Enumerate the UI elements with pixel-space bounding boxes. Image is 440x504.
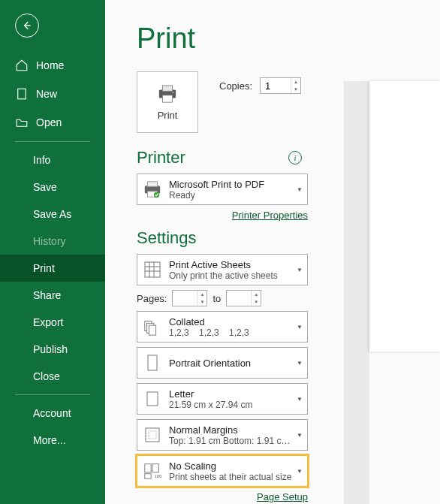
new-icon	[15, 87, 29, 101]
combo-line2: 21.59 cm x 27.94 cm	[169, 400, 294, 410]
spinner-up-icon[interactable]: ▲	[291, 78, 300, 86]
preview-page-edge	[369, 81, 440, 352]
paper-size-combo[interactable]: Letter 21.59 cm x 27.94 cm ▼	[137, 383, 308, 415]
spinner-up-icon[interactable]: ▲	[197, 291, 206, 298]
portrait-icon	[142, 352, 163, 373]
nav-label: Save	[33, 181, 57, 193]
svg-rect-9	[145, 262, 160, 277]
combo-line1: Portrait Orientation	[169, 358, 294, 369]
pages-from-input[interactable]	[173, 291, 197, 306]
nav-save[interactable]: Save	[0, 174, 105, 201]
nav-label: History	[33, 235, 66, 247]
nav-open[interactable]: Open	[0, 108, 105, 137]
nav-print[interactable]: Print	[0, 255, 105, 282]
print-panel: Print Print Copies: ▲ ▼ Printer i	[105, 0, 440, 504]
svg-point-4	[172, 92, 173, 93]
chevron-down-icon: ▼	[297, 396, 303, 403]
print-what-combo[interactable]: Print Active Sheets Only print the activ…	[137, 254, 308, 285]
page-setup-link[interactable]: Page Setup	[257, 491, 308, 502]
spinner-down-icon[interactable]: ▼	[252, 298, 261, 306]
back-arrow-icon	[21, 20, 33, 32]
svg-rect-2	[163, 85, 173, 90]
scaling-icon: 100	[142, 460, 163, 481]
combo-line1: Collated	[169, 316, 294, 327]
nav-label: Account	[33, 407, 71, 419]
margins-combo[interactable]: Normal Margins Top: 1.91 cm Bottom: 1.91…	[137, 419, 308, 451]
sheets-icon	[142, 259, 163, 280]
back-button[interactable]	[15, 14, 39, 38]
chevron-down-icon: ▼	[297, 360, 303, 367]
nav-info[interactable]: Info	[0, 146, 105, 174]
nav-history: History	[0, 228, 105, 255]
svg-rect-19	[145, 474, 151, 479]
spinner-down-icon[interactable]: ▼	[197, 298, 206, 306]
svg-rect-6	[148, 182, 158, 187]
nav-label: Share	[33, 289, 61, 301]
chevron-down-icon: ▼	[297, 468, 303, 475]
svg-rect-13	[148, 355, 157, 370]
printer-combo[interactable]: Microsoft Print to PDF Ready ▼	[137, 174, 308, 205]
preview-gutter	[344, 81, 369, 504]
nav-close[interactable]: Close	[0, 363, 105, 390]
printer-info-icon[interactable]: i	[288, 151, 302, 164]
nav-new[interactable]: New	[0, 80, 105, 108]
nav-separator	[15, 141, 90, 142]
pages-to-input[interactable]	[227, 291, 251, 306]
nav-export[interactable]: Export	[0, 309, 105, 336]
svg-rect-17	[145, 464, 151, 472]
nav-share[interactable]: Share	[0, 282, 105, 309]
nav-more[interactable]: More...	[0, 427, 105, 454]
pages-to-spinner[interactable]: ▲▼	[226, 290, 261, 306]
pages-row: Pages: ▲▼ to ▲▼	[137, 290, 308, 306]
collation-combo[interactable]: Collated 1,2,3 1,2,3 1,2,3 ▼	[137, 311, 308, 343]
nav-label: More...	[33, 434, 66, 446]
nav-label: Publish	[33, 343, 68, 355]
print-button-label: Print	[158, 110, 178, 121]
pages-from-spinner[interactable]: ▲▼	[172, 290, 207, 306]
combo-line1: Print Active Sheets	[169, 259, 294, 270]
nav-label: Print	[33, 262, 55, 274]
copies-input[interactable]	[261, 78, 291, 93]
copies-row: Copies: ▲ ▼	[219, 71, 301, 94]
combo-line1: Letter	[169, 388, 294, 400]
printer-icon	[156, 84, 179, 104]
orientation-combo[interactable]: Portrait Orientation ▼	[137, 347, 308, 379]
nav-label: New	[36, 88, 57, 100]
margins-icon	[142, 424, 163, 445]
nav-saveas[interactable]: Save As	[0, 201, 105, 228]
page-title: Print	[137, 23, 417, 55]
svg-rect-15	[146, 428, 159, 442]
combo-line2: 1,2,3 1,2,3 1,2,3	[169, 327, 294, 338]
chevron-down-icon: ▼	[297, 432, 303, 439]
chevron-down-icon: ▼	[297, 186, 303, 193]
home-icon	[15, 59, 29, 72]
combo-line1: No Scaling	[169, 460, 294, 472]
backstage-sidebar: Home New Open Info Save Save As History …	[0, 0, 105, 504]
nav-home[interactable]: Home	[0, 51, 105, 80]
nav-label: Info	[33, 154, 50, 166]
spinner-down-icon[interactable]: ▼	[291, 86, 300, 93]
printer-name: Microsoft Print to PDF	[169, 179, 294, 190]
chevron-down-icon: ▼	[297, 324, 303, 330]
svg-rect-18	[152, 464, 158, 472]
nav-label: Home	[36, 59, 64, 71]
svg-text:100: 100	[155, 474, 161, 478]
scaling-combo[interactable]: 100 No Scaling Print sheets at their act…	[137, 455, 308, 487]
spinner-up-icon[interactable]: ▲	[252, 291, 261, 298]
collated-icon	[142, 316, 163, 337]
nav-account[interactable]: Account	[0, 400, 105, 427]
svg-rect-0	[18, 89, 26, 99]
pages-label: Pages:	[137, 293, 167, 304]
nav-label: Open	[36, 116, 62, 128]
combo-line1: Normal Margins	[169, 424, 294, 436]
svg-rect-12	[149, 325, 155, 335]
paper-icon	[142, 388, 163, 409]
printer-status: Ready	[169, 190, 294, 201]
open-icon	[15, 116, 29, 129]
printer-properties-link[interactable]: Printer Properties	[232, 210, 308, 221]
nav-publish[interactable]: Publish	[0, 336, 105, 363]
nav-separator	[15, 394, 90, 395]
print-button[interactable]: Print	[137, 71, 198, 133]
copies-spinner[interactable]: ▲ ▼	[260, 77, 301, 94]
combo-line2: Only print the active sheets	[169, 270, 294, 281]
